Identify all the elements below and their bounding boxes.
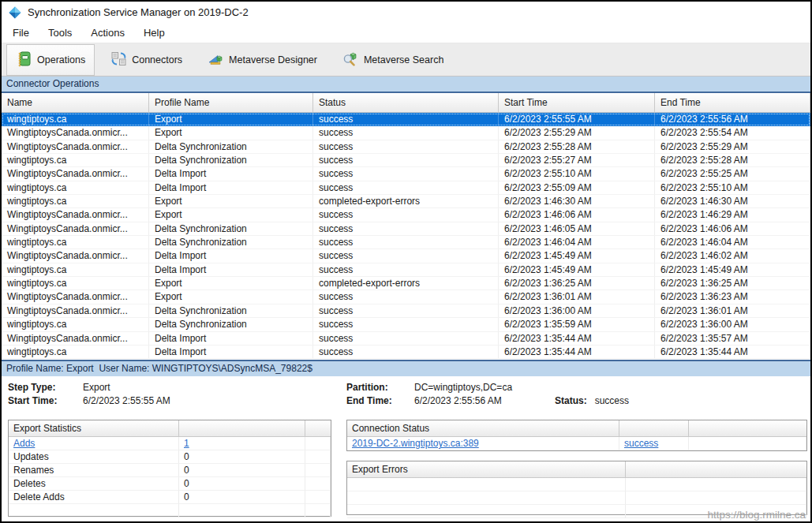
connection-status-panel: Connection Status 2019-DC-2.wingtiptoys.…: [346, 420, 807, 451]
statistic-value[interactable]: 1: [179, 437, 305, 450]
table-row[interactable]: wingtiptoys.ca Export completed-export-e…: [2, 195, 810, 208]
menu-tools[interactable]: Tools: [39, 24, 81, 41]
cell-end-time: 6/2/2023 1:46:30 AM: [655, 195, 810, 208]
toolbar: Operations Connectors: [2, 43, 810, 77]
cell-end-time: 6/2/2023 2:55:29 AM: [655, 140, 810, 154]
menu-help[interactable]: Help: [134, 24, 174, 41]
cell-status: success: [313, 318, 499, 331]
cell-profile-name: Export: [149, 126, 313, 140]
sync-service-manager-window: Synchronization Service Manager on 2019-…: [0, 0, 812, 523]
cell-end-time: 6/2/2023 2:55:10 AM: [655, 181, 810, 195]
statistic-row: Renames 0: [9, 464, 331, 477]
menu-file[interactable]: File: [3, 24, 39, 41]
statistic-value: [179, 504, 305, 517]
connection-status-link[interactable]: success: [624, 438, 658, 449]
cell-start-time: 6/2/2023 1:35:59 AM: [499, 318, 655, 331]
table-row[interactable]: WingtiptoysCanada.onmicr... Delta Import…: [2, 332, 810, 346]
column-header-end-time[interactable]: End Time: [655, 93, 810, 112]
table-row[interactable]: wingtiptoys.ca Export success 6/2/2023 2…: [2, 113, 810, 126]
menu-actions[interactable]: Actions: [81, 24, 134, 41]
step-type-label: Step Type:: [8, 382, 83, 393]
cell-name: WingtiptoysCanada.onmicr...: [2, 167, 149, 181]
operations-list-header: Name Profile Name Status Start Time End …: [2, 93, 810, 113]
table-row[interactable]: WingtiptoysCanada.onmicr... Export succe…: [2, 126, 810, 140]
statistic-label: Updates: [9, 450, 179, 464]
table-row[interactable]: wingtiptoys.ca Delta Synchronization suc…: [2, 318, 810, 331]
bottom-panels: Export Statistics Adds 1 Updates 0 Renam…: [2, 419, 810, 521]
cell-name: wingtiptoys.ca: [2, 346, 149, 359]
export-statistics-title: Export Statistics: [9, 420, 179, 436]
statistic-label[interactable]: Adds: [9, 437, 179, 450]
start-time-value: 6/2/2023 2:55:55 AM: [83, 395, 170, 406]
statistic-row: Deletes 0: [9, 477, 331, 491]
table-row[interactable]: WingtiptoysCanada.onmicr... Export succe…: [2, 208, 810, 222]
cell-status: success: [313, 249, 499, 263]
table-row[interactable]: wingtiptoys.ca Export completed-export-e…: [2, 277, 810, 290]
metaverse-designer-button[interactable]: Metaverse Designer: [198, 44, 327, 76]
cell-status: completed-export-errors: [313, 277, 499, 290]
table-row[interactable]: wingtiptoys.ca Delta Import success 6/2/…: [2, 181, 810, 195]
cell-start-time: 6/2/2023 1:36:25 AM: [499, 277, 655, 290]
export-errors-header: Export Errors: [347, 461, 806, 478]
cell-end-time: 6/2/2023 1:46:06 AM: [655, 222, 810, 236]
cell-start-time: 6/2/2023 1:45:49 AM: [499, 263, 655, 277]
connectors-button[interactable]: Connectors: [101, 44, 192, 76]
sync-diamond-icon: [9, 6, 21, 19]
cell-name: WingtiptoysCanada.onmicr...: [2, 332, 149, 346]
cell-start-time: 6/2/2023 2:55:09 AM: [499, 181, 655, 195]
cell-name: WingtiptoysCanada.onmicr...: [2, 222, 149, 236]
cell-status: success: [313, 332, 499, 346]
column-header-name[interactable]: Name: [2, 93, 149, 112]
status-label: Status:: [555, 395, 587, 406]
table-row[interactable]: WingtiptoysCanada.onmicr... Delta Synchr…: [2, 304, 810, 318]
metaverse-search-button[interactable]: Metaverse Search: [333, 44, 453, 76]
cell-start-time: 6/2/2023 1:35:44 AM: [499, 332, 655, 346]
cell-name: wingtiptoys.ca: [2, 318, 149, 331]
table-row[interactable]: wingtiptoys.ca Delta Synchronization suc…: [2, 236, 810, 249]
table-row[interactable]: wingtiptoys.ca Delta Synchronization suc…: [2, 154, 810, 167]
cell-name: wingtiptoys.ca: [2, 195, 149, 208]
cell-status: success: [313, 126, 499, 140]
column-header-status[interactable]: Status: [313, 93, 499, 112]
operations-book-icon: [16, 50, 32, 69]
cell-name: wingtiptoys.ca: [2, 236, 149, 249]
cell-status: success: [313, 236, 499, 249]
table-row[interactable]: wingtiptoys.ca Delta Import success 6/2/…: [2, 346, 810, 359]
table-row[interactable]: WingtiptoysCanada.onmicr... Delta Synchr…: [2, 140, 810, 154]
cell-profile-name: Export: [149, 277, 313, 290]
cell-end-time: 6/2/2023 2:55:28 AM: [655, 154, 810, 167]
connection-server-link[interactable]: 2019-DC-2.wingtiptoys.ca:389: [352, 438, 479, 449]
cell-profile-name: Delta Synchronization: [149, 154, 313, 167]
statistic-label: Deletes: [9, 477, 179, 491]
cell-end-time: 6/2/2023 1:35:44 AM: [655, 346, 810, 359]
table-row[interactable]: WingtiptoysCanada.onmicr... Export succe…: [2, 290, 810, 304]
column-header-profile-name[interactable]: Profile Name: [149, 93, 313, 112]
cell-status: success: [313, 208, 499, 222]
cell-start-time: 6/2/2023 1:46:06 AM: [499, 208, 655, 222]
statistic-value: 0: [179, 464, 305, 477]
cell-name: WingtiptoysCanada.onmicr...: [2, 208, 149, 222]
table-row[interactable]: WingtiptoysCanada.onmicr... Delta Import…: [2, 167, 810, 181]
cell-profile-name: Delta Import: [149, 346, 313, 359]
cell-name: wingtiptoys.ca: [2, 181, 149, 195]
statistic-label: Renames: [9, 464, 179, 477]
cell-name: WingtiptoysCanada.onmicr...: [2, 140, 149, 154]
operations-button[interactable]: Operations: [6, 44, 95, 76]
table-row[interactable]: WingtiptoysCanada.onmicr... Delta Import…: [2, 249, 810, 263]
cell-profile-name: Delta Synchronization: [149, 222, 313, 236]
cell-end-time: 6/2/2023 1:36:25 AM: [655, 277, 810, 290]
column-header-start-time[interactable]: Start Time: [499, 93, 655, 112]
export-errors-panel: Export Errors: [346, 461, 807, 515]
table-row[interactable]: WingtiptoysCanada.onmicr... Delta Synchr…: [2, 222, 810, 236]
statistic-row: Delete Adds 0: [9, 491, 331, 504]
export-statistics-panel: Export Statistics Adds 1 Updates 0 Renam…: [8, 420, 331, 517]
cell-status: success: [313, 290, 499, 304]
cell-end-time: 6/2/2023 1:36:23 AM: [655, 290, 810, 304]
table-row[interactable]: wingtiptoys.ca Delta Import success 6/2/…: [2, 263, 810, 277]
title-bar: Synchronization Service Manager on 2019-…: [2, 2, 810, 23]
cell-status: success: [313, 346, 499, 359]
cell-start-time: 6/2/2023 2:55:55 AM: [499, 113, 655, 126]
cell-status: success: [313, 140, 499, 154]
cell-start-time: 6/2/2023 2:55:28 AM: [499, 140, 655, 154]
cell-status: completed-export-errors: [313, 195, 499, 208]
